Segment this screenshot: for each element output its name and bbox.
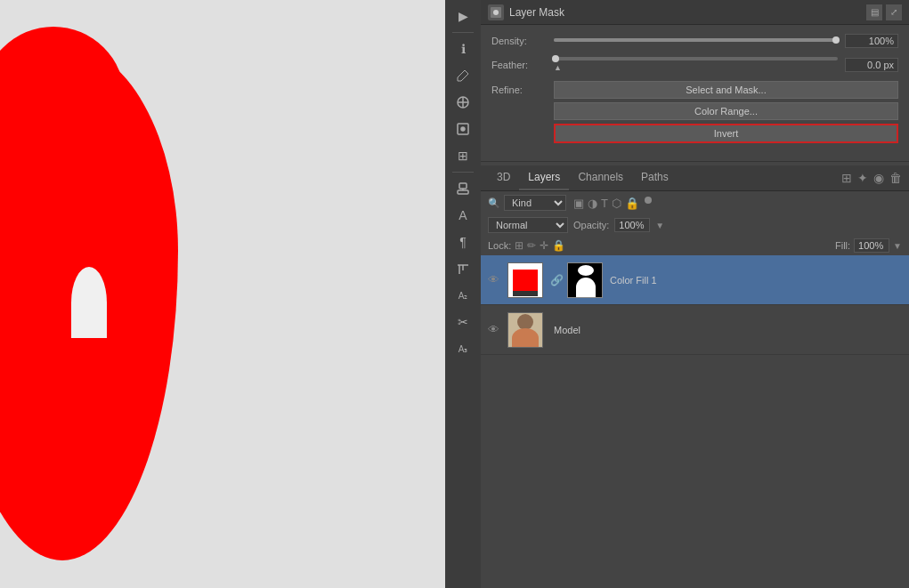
canvas-white-figure bbox=[71, 267, 107, 338]
layers-tabs-row: 3D Layers Channels Paths ⊞ ✦ ◉ 🗑 bbox=[481, 165, 909, 191]
density-slider-container bbox=[554, 38, 838, 44]
density-value[interactable] bbox=[845, 34, 898, 48]
type3-tool-icon[interactable]: A₃ bbox=[450, 336, 475, 361]
toolbar-separator-2 bbox=[452, 172, 474, 173]
type-tool-icon[interactable]: A bbox=[450, 203, 475, 228]
layer-thumb-color-fill bbox=[507, 262, 543, 298]
lock-pixels-icon[interactable]: ⊞ bbox=[515, 239, 523, 252]
refine-buttons: Select and Mask... Color Range... Invert bbox=[554, 81, 898, 143]
target-tool-icon[interactable] bbox=[450, 90, 475, 115]
opacity-label: Opacity: bbox=[573, 220, 609, 230]
kind-dropdown[interactable]: Kind bbox=[504, 195, 566, 211]
tab-channels[interactable]: Channels bbox=[569, 165, 632, 190]
layers-eye-icon[interactable]: ◉ bbox=[873, 171, 884, 185]
layer-row-model[interactable]: 👁 Model bbox=[481, 305, 909, 355]
layers-trash-icon[interactable]: 🗑 bbox=[889, 171, 902, 185]
layers-star-icon[interactable]: ✦ bbox=[857, 171, 868, 185]
svg-point-4 bbox=[461, 127, 465, 131]
brush-tool-icon[interactable] bbox=[450, 63, 475, 88]
refine-row: Refine: Select and Mask... Color Range..… bbox=[491, 81, 898, 143]
color-range-button[interactable]: Color Range... bbox=[554, 102, 898, 120]
layers-list: 👁 🔗 Color Fill 1 👁 bbox=[481, 255, 909, 588]
select-tool-icon[interactable] bbox=[450, 117, 475, 141]
model-preview bbox=[508, 312, 542, 348]
fill-label: Fill: bbox=[835, 240, 850, 251]
canvas-area bbox=[0, 0, 445, 588]
svg-rect-5 bbox=[459, 183, 467, 189]
layer-visibility-eye-2[interactable]: 👁 bbox=[488, 323, 502, 336]
color-fill-preview bbox=[509, 264, 541, 296]
feather-value[interactable] bbox=[845, 58, 898, 72]
layer-chain-1: 🔗 bbox=[550, 274, 564, 286]
layers-grid-icon[interactable]: ⊞ bbox=[841, 171, 852, 185]
info-tool-icon[interactable]: ℹ bbox=[450, 36, 475, 61]
density-slider-thumb bbox=[832, 36, 840, 44]
layer-visibility-eye-1[interactable]: 👁 bbox=[488, 273, 502, 286]
density-row: Density: bbox=[491, 34, 898, 48]
layer-thumb-model bbox=[507, 312, 543, 348]
panel-divider bbox=[481, 161, 909, 162]
play-tool-icon[interactable]: ▶ bbox=[450, 4, 475, 28]
density-slider[interactable] bbox=[554, 38, 838, 42]
grid-tool-icon[interactable]: ⊞ bbox=[450, 143, 475, 168]
density-slider-fill bbox=[554, 38, 838, 42]
lock-label: Lock: bbox=[488, 240, 511, 251]
tab-3d[interactable]: 3D bbox=[488, 165, 519, 190]
density-label: Density: bbox=[491, 36, 554, 46]
panel-menu-btn[interactable]: ▤ bbox=[866, 4, 882, 20]
blend-row: Normal Opacity: ▼ bbox=[481, 214, 909, 236]
color-fill-red bbox=[513, 270, 538, 291]
filter-smart-icon[interactable]: 🔒 bbox=[625, 197, 639, 210]
layer-name-1: Color Fill 1 bbox=[610, 275, 657, 286]
mask-body bbox=[576, 278, 596, 297]
model-body bbox=[512, 328, 539, 348]
feather-slider-container: ▲ bbox=[554, 57, 838, 72]
filter-shape-icon[interactable]: ⬡ bbox=[612, 197, 621, 210]
scissors-tool-icon[interactable]: ✂ bbox=[450, 310, 475, 334]
filter-dot bbox=[645, 197, 652, 204]
panel-title: Layer Mask bbox=[509, 6, 866, 19]
toolbar-vertical: ▶ ℹ ⊞ A ¶ A₂ ✂ A₃ bbox=[445, 0, 481, 588]
feather-row: Feather: ▲ bbox=[491, 57, 898, 72]
filter-adjust-icon[interactable]: ◑ bbox=[588, 197, 597, 210]
panel-expand-btn[interactable]: ⤢ bbox=[886, 4, 902, 20]
lock-position-icon[interactable]: ✏ bbox=[527, 239, 536, 252]
svg-point-12 bbox=[493, 10, 499, 15]
stamp-tool-icon[interactable] bbox=[450, 176, 475, 201]
type2-tool-icon[interactable]: A₂ bbox=[450, 283, 475, 308]
text-orient-tool-icon[interactable] bbox=[450, 256, 475, 281]
layer-mask-panel-header: Layer Mask ▤ ⤢ bbox=[481, 0, 909, 25]
mask-preview bbox=[568, 263, 603, 298]
filter-icons: ▣ ◑ T ⬡ 🔒 bbox=[573, 197, 652, 210]
invert-button[interactable]: Invert bbox=[554, 124, 898, 143]
right-panel: Layer Mask ▤ ⤢ Density: Feather: bbox=[481, 0, 909, 588]
feather-label: Feather: bbox=[491, 60, 554, 70]
opacity-input[interactable] bbox=[614, 218, 650, 232]
feather-slider[interactable] bbox=[554, 57, 838, 60]
layer-mask-thumb-1 bbox=[567, 262, 603, 298]
layer-name-2: Model bbox=[554, 325, 580, 335]
layer-row-color-fill[interactable]: 👁 🔗 Color Fill 1 bbox=[481, 255, 909, 305]
select-and-mask-button[interactable]: Select and Mask... bbox=[554, 81, 898, 99]
fill-input[interactable] bbox=[854, 238, 889, 253]
lock-icons-group: ⊞ ✏ ✛ 🔒 bbox=[515, 239, 565, 252]
lock-move-icon[interactable]: ✛ bbox=[540, 239, 548, 252]
refine-label: Refine: bbox=[491, 81, 554, 95]
fill-arrow: ▼ bbox=[893, 241, 902, 251]
panel-controls: ▤ ⤢ bbox=[866, 4, 902, 20]
blend-mode-dropdown[interactable]: Normal bbox=[488, 217, 568, 233]
toolbar-separator-1 bbox=[452, 32, 474, 33]
properties-area: Density: Feather: ▲ Refine bbox=[481, 25, 909, 157]
opacity-arrow: ▼ bbox=[655, 221, 664, 230]
filter-type-icon[interactable]: T bbox=[601, 197, 608, 210]
filter-row: 🔍 Kind ▣ ◑ T ⬡ 🔒 bbox=[481, 191, 909, 214]
svg-rect-6 bbox=[458, 190, 468, 194]
lock-all-icon[interactable]: 🔒 bbox=[552, 239, 565, 252]
search-icon: 🔍 bbox=[488, 197, 500, 209]
color-fill-bar bbox=[513, 291, 538, 296]
tab-layers[interactable]: Layers bbox=[519, 165, 569, 190]
paragraph-tool-icon[interactable]: ¶ bbox=[450, 230, 475, 254]
filter-pixel-icon[interactable]: ▣ bbox=[573, 197, 584, 210]
tab-paths[interactable]: Paths bbox=[632, 165, 678, 190]
mask-head bbox=[578, 265, 594, 276]
